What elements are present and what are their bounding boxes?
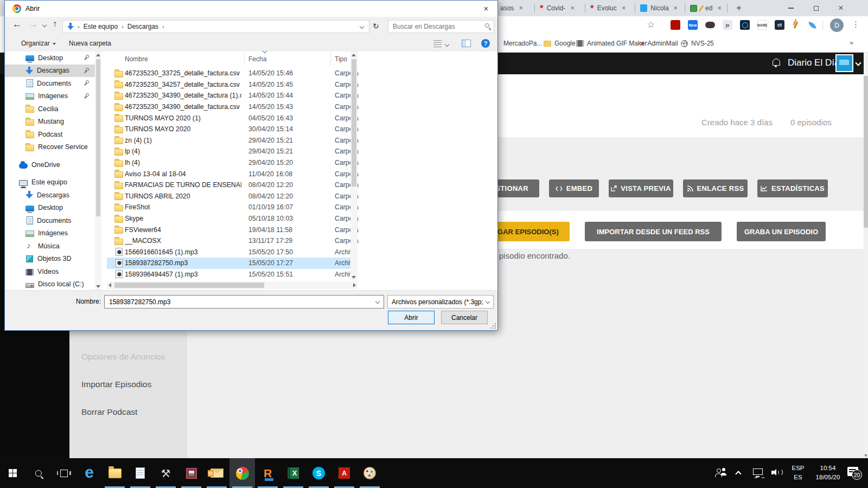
sidebar-item[interactable]: Imágenes	[5, 90, 100, 103]
file-row[interactable]: 467235230_33725_detalle_factura.csv 14/0…	[107, 68, 354, 79]
scroll-left-arrow[interactable]	[108, 283, 111, 287]
tray-expand-chevron[interactable]	[735, 471, 741, 477]
taskbar-tools[interactable]: ⚒	[153, 458, 178, 488]
window-minimize-button[interactable]	[778, 0, 803, 16]
filename-field[interactable]	[104, 295, 384, 309]
sidebar-item-import-episodes[interactable]: Importar Episodios	[81, 380, 151, 389]
file-row[interactable]: TURNOS ABRIL 2020 08/04/20 12:20 Carpeta	[107, 191, 354, 202]
notification-center-icon[interactable]: 20	[847, 467, 858, 476]
breadcrumb-item-descargas[interactable]: Descargas	[127, 23, 158, 30]
bookmark-gif-maker[interactable]: Animated GIF Maker	[576, 34, 647, 53]
view-options-chevron[interactable]	[445, 42, 449, 47]
file-list-vscrollbar[interactable]	[350, 52, 358, 281]
breadcrumb[interactable]: › Este equipo › Descargas ›	[62, 20, 369, 33]
sidebar-item[interactable]: Imágenes	[5, 227, 100, 240]
taskbar-outlook[interactable]	[204, 458, 229, 488]
column-header-type[interactable]: Tipo	[335, 55, 347, 63]
file-row[interactable]: 1566916601645 (1).mp3 15/05/20 17:50 Arc…	[107, 247, 354, 258]
sidebar-item[interactable]: Desktop	[5, 52, 100, 65]
sidebar-item[interactable]: Objetos 3D	[5, 253, 100, 266]
sidebar-item[interactable]: Disco local (C:)	[5, 278, 100, 291]
sidebar-item[interactable]: Documents	[5, 214, 100, 227]
tab-casos[interactable]: asos ×	[500, 0, 532, 16]
search-icon[interactable]	[485, 23, 489, 28]
taskbar-skype[interactable]: S	[306, 458, 331, 488]
mask-extension-icon[interactable]	[705, 22, 715, 28]
file-row[interactable]: 1589396494457 (1).mp3 15/05/20 15:51 Arc…	[107, 269, 354, 280]
view-list-icon[interactable]	[433, 40, 442, 47]
file-row[interactable]: 467235230_34257_detalle_factura.csv 14/0…	[107, 79, 354, 91]
record-episode-button[interactable]: GRABA UN EPISODIO	[737, 222, 826, 241]
search-input[interactable]	[392, 21, 478, 32]
scrollbar-thumb[interactable]	[96, 59, 100, 216]
scrollbar-down-arrow[interactable]	[864, 454, 867, 457]
tab-close-icon[interactable]: ×	[620, 4, 628, 12]
taskbar-notepad[interactable]	[127, 458, 153, 488]
sidebar-item[interactable]: Cecilia	[5, 102, 100, 115]
sidebar-item[interactable]: Descargas	[5, 65, 100, 78]
file-row[interactable]: Aviso 13-04 al 18-04 11/04/20 16:08 Carp…	[107, 168, 354, 179]
taskbar-remote-desktop[interactable]: R	[255, 458, 280, 488]
taskbar-acrobat[interactable]: A	[331, 458, 357, 488]
ct-extension-icon[interactable]: ct	[775, 20, 784, 30]
bookmark-google[interactable]: Google	[544, 34, 576, 53]
new-folder-button[interactable]: Nueva carpeta	[69, 40, 111, 47]
preview-pane-icon[interactable]	[462, 40, 471, 47]
recent-locations-chevron[interactable]	[42, 23, 47, 27]
cancel-button[interactable]: Cancelar	[441, 311, 488, 324]
clock[interactable]: 10:54 18/05/20	[812, 464, 844, 488]
sidebar-item[interactable]: Este equipo	[5, 176, 100, 189]
chevron-down-icon[interactable]	[855, 60, 861, 66]
pdf-extension-icon[interactable]	[671, 20, 680, 30]
network-tray-icon[interactable]	[753, 468, 763, 475]
file-row[interactable]: FSViewer64 19/04/18 11:58 Carpeta	[107, 224, 354, 235]
statistics-button[interactable]: ESTADÍSTICAS	[757, 179, 828, 197]
filename-dropdown-chevron[interactable]	[375, 299, 380, 304]
start-button[interactable]	[0, 458, 25, 488]
taskbar-explorer[interactable]	[102, 458, 127, 488]
file-row[interactable]: TURNOS MAYO 2020 30/04/20 15:14 Carpeta	[107, 124, 354, 135]
tab-evolucion[interactable]: * Evoluc ×	[590, 0, 628, 16]
file-row[interactable]: FireShot 01/10/19 16:07 Carpeta	[107, 202, 354, 213]
tab-nicola[interactable]: Nicola ×	[640, 0, 679, 16]
file-row[interactable]: 1589387282750.mp3 15/05/20 17:27 Archivo	[107, 258, 354, 269]
breadcrumb-item-este-equipo[interactable]: Este equipo	[84, 23, 118, 30]
filename-input[interactable]	[108, 297, 368, 307]
browser-menu-icon[interactable]: ⋮	[852, 20, 860, 29]
tool-extension-icon[interactable]	[791, 20, 801, 30]
forward-button[interactable]: →	[29, 19, 38, 30]
sidebar-item[interactable]: Vídeos	[5, 265, 100, 278]
column-header-name[interactable]: Nombre	[125, 55, 148, 63]
refresh-icon[interactable]: ↻	[373, 22, 379, 30]
js-extension-icon[interactable]: js	[723, 20, 732, 30]
up-button[interactable]: ↑	[53, 19, 57, 29]
file-row[interactable]: lh (4) 29/04/20 15:20 Carpeta	[107, 157, 354, 169]
scroll-up-arrow[interactable]	[352, 54, 356, 56]
target-extension-icon[interactable]	[740, 20, 750, 30]
search-box[interactable]	[388, 20, 494, 33]
taskbar-photo-viewer[interactable]	[178, 458, 204, 488]
file-row[interactable]: TURNOS MAYO 2020 (1) 04/05/20 16:43 Carp…	[107, 112, 354, 124]
sidebar-item[interactable]: Mustang	[5, 115, 100, 129]
tab-close-icon[interactable]: ×	[716, 4, 723, 12]
tab-editor[interactable]: ed ×	[690, 0, 727, 16]
scroll-up-arrow[interactable]	[96, 54, 100, 56]
taskbar-chrome[interactable]	[229, 458, 255, 488]
tab-close-icon[interactable]: ×	[569, 4, 576, 12]
file-list-hscrollbar[interactable]	[107, 281, 358, 289]
scroll-down-arrow[interactable]	[352, 276, 356, 279]
embed-button[interactable]: EMBED	[549, 179, 599, 197]
people-tray-icon[interactable]	[715, 467, 727, 478]
scrollbar-thumb[interactable]	[864, 76, 868, 228]
bookmark-mercadopago[interactable]: MercadoPa...	[503, 34, 542, 53]
file-row[interactable]: FARMACIAS DE TURNO DE ENSENADA... 08/04/…	[107, 179, 354, 191]
sidebar-item[interactable]: Documents	[5, 77, 100, 90]
breadcrumb-dropdown-chevron[interactable]	[360, 24, 364, 29]
scrollbar-thumb[interactable]	[114, 282, 264, 288]
sidebar-item-delete-podcast[interactable]: Borrar Podcast	[81, 407, 137, 417]
file-row[interactable]: 467235230_34390_detalle_factura.csv 14/0…	[107, 101, 354, 113]
sidebar-item[interactable]: Desktop	[5, 202, 100, 215]
bookmarks-overflow-icon[interactable]: »	[850, 38, 853, 47]
scrollbar-thumb[interactable]	[352, 59, 356, 187]
invid-extension-icon[interactable]: InVID	[757, 20, 767, 30]
